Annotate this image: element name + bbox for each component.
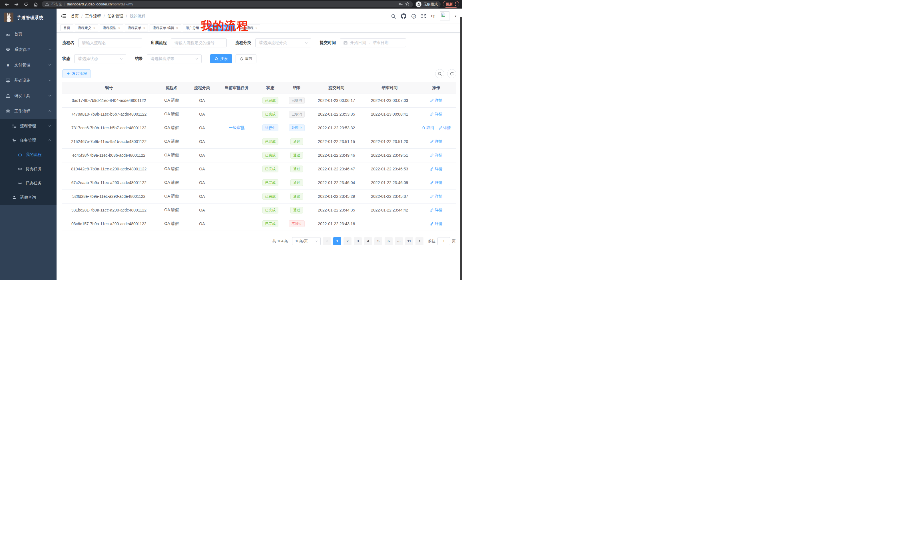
avatar[interactable] bbox=[440, 11, 449, 21]
tab-home[interactable]: 首页 bbox=[60, 24, 73, 31]
detail-button[interactable]: 详情 bbox=[430, 166, 442, 172]
breadcrumb-task-mgmt[interactable]: 任务管理 bbox=[107, 14, 123, 19]
page-button-11[interactable]: 11 bbox=[405, 237, 413, 245]
status-badge: 已完成 bbox=[262, 138, 278, 145]
process-name-input[interactable] bbox=[78, 38, 142, 47]
sidebar-item-leave-query[interactable]: 请假查询 bbox=[0, 190, 57, 205]
page-button-2[interactable]: 2 bbox=[344, 237, 351, 245]
chevron-down-icon bbox=[48, 47, 51, 52]
next-page-button[interactable] bbox=[416, 237, 423, 245]
page-button-4[interactable]: 4 bbox=[364, 237, 372, 245]
font-size-icon[interactable]: TT bbox=[431, 14, 435, 18]
table-header-row: 编号 流程名 流程分类 当前审批任务 状态 结果 提交时间 结束时间 操作 bbox=[62, 82, 456, 94]
detail-button[interactable]: 详情 bbox=[430, 112, 442, 117]
browser-toolbar: 不安全 dashboard.yudao.iocoder.cn/bpm/task/… bbox=[0, 0, 462, 9]
detail-button[interactable]: 详情 bbox=[430, 98, 442, 103]
sidebar-item-devtools[interactable]: 研发工具 bbox=[0, 88, 57, 103]
category-select[interactable]: 请选择流程分类 bbox=[255, 38, 311, 47]
sidebar-item-task-mgmt[interactable]: 任务管理 bbox=[0, 133, 57, 148]
sidebar-item-my-processes[interactable]: 我的流程 bbox=[0, 148, 57, 162]
sidebar-item-todo-tasks[interactable]: 待办任务 bbox=[0, 162, 57, 176]
status-badge: 已完成 bbox=[262, 152, 278, 159]
current-task-link[interactable]: 一级审批 bbox=[229, 125, 245, 130]
avatar-caret-icon[interactable]: ▼ bbox=[454, 15, 457, 18]
close-icon[interactable]: × bbox=[143, 26, 145, 30]
github-icon[interactable] bbox=[401, 13, 406, 19]
tab-start-process[interactable]: 发起流程× bbox=[237, 24, 260, 31]
prev-page-button[interactable] bbox=[323, 237, 331, 245]
tab-user-group[interactable]: 用户分组× bbox=[183, 24, 206, 31]
sidebar-item-workflow[interactable]: 工作流程 bbox=[0, 103, 57, 119]
chevron-left-icon bbox=[326, 240, 328, 243]
bookmark-star-icon[interactable] bbox=[405, 2, 410, 7]
search-button[interactable]: 搜索 bbox=[210, 54, 232, 63]
sidebar-item-payment[interactable]: ¥ 支付管理 bbox=[0, 57, 57, 73]
page-button-5[interactable]: 5 bbox=[374, 237, 382, 245]
search-icon[interactable] bbox=[391, 14, 396, 19]
submit-time-range-picker[interactable]: 开始日期 - 结束日期 bbox=[340, 38, 406, 47]
eye-closed-icon bbox=[18, 181, 22, 186]
forward-icon[interactable] bbox=[13, 1, 20, 8]
page-size-select[interactable]: 10条/页 bbox=[292, 237, 321, 245]
tab-process-model[interactable]: 流程模型× bbox=[100, 24, 123, 31]
app-logo[interactable]: 芋道管理系统 bbox=[0, 9, 57, 27]
close-icon[interactable]: × bbox=[118, 26, 120, 30]
result-badge: 已取消 bbox=[289, 97, 304, 104]
detail-button[interactable]: 详情 bbox=[430, 208, 442, 213]
sidebar-item-process-mgmt[interactable]: 流程管理 bbox=[0, 119, 57, 133]
detail-button[interactable]: 详情 bbox=[430, 180, 442, 185]
submit-time-label: 提交时间 bbox=[320, 40, 336, 45]
page-button-6[interactable]: 6 bbox=[385, 237, 393, 245]
close-icon[interactable]: × bbox=[230, 26, 232, 30]
browser-menu-icon[interactable] bbox=[455, 2, 456, 7]
breadcrumb-workflow[interactable]: 工作流程 bbox=[85, 14, 101, 19]
detail-button[interactable]: 详情 bbox=[430, 139, 442, 144]
address-bar[interactable]: 不安全 dashboard.yudao.iocoder.cn/bpm/task/… bbox=[42, 1, 413, 7]
goto-label: 前往 bbox=[428, 239, 435, 244]
sidebar-collapse-icon[interactable] bbox=[60, 14, 66, 18]
detail-button[interactable]: 详情 bbox=[430, 194, 442, 199]
tab-process-form[interactable]: 流程表单× bbox=[125, 24, 148, 31]
edit-icon bbox=[430, 181, 434, 184]
result-select[interactable]: 请选择流结果 bbox=[147, 54, 202, 63]
close-icon[interactable]: × bbox=[201, 26, 203, 30]
page-button-3[interactable]: 3 bbox=[354, 237, 362, 245]
page-content: 流程名 所属流程 流程分类 请选择流程分类 提交时间 bbox=[57, 33, 462, 280]
page-button-1[interactable]: 1 bbox=[333, 237, 341, 245]
tab-process-definition[interactable]: 流程定义× bbox=[75, 24, 98, 31]
breadcrumb-home[interactable]: 首页 bbox=[71, 14, 79, 19]
sidebar-item-infra[interactable]: 基础设施 bbox=[0, 73, 57, 88]
reload-icon[interactable] bbox=[22, 1, 30, 8]
sidebar-item-done-tasks[interactable]: 已办任务 bbox=[0, 176, 57, 190]
detail-button[interactable]: 详情 bbox=[439, 125, 451, 130]
tab-my-processes[interactable]: 我的流程× bbox=[208, 24, 235, 31]
help-icon[interactable]: ? bbox=[411, 14, 416, 19]
key-icon[interactable] bbox=[398, 2, 403, 7]
goto-page-input[interactable] bbox=[438, 237, 450, 245]
start-process-button[interactable]: ＋ 发起流程 bbox=[62, 69, 91, 78]
status-select[interactable]: 请选择状态 bbox=[74, 54, 126, 63]
window-scrollbar[interactable] bbox=[460, 17, 462, 280]
sidebar-item-system[interactable]: 系统管理 bbox=[0, 42, 57, 57]
fullscreen-icon[interactable] bbox=[421, 14, 426, 18]
owner-process-input[interactable] bbox=[171, 38, 227, 47]
table-search-toggle-button[interactable] bbox=[435, 69, 444, 78]
cancel-button[interactable]: 取消 bbox=[422, 125, 434, 130]
status-badge: 已完成 bbox=[262, 179, 278, 186]
process-table: 编号 流程名 流程分类 当前审批任务 状态 结果 提交时间 结束时间 操作 3a… bbox=[62, 82, 456, 231]
close-icon[interactable]: × bbox=[176, 26, 178, 30]
close-icon[interactable]: × bbox=[255, 26, 257, 30]
browser-update-button[interactable]: 更新 bbox=[443, 1, 459, 8]
detail-button[interactable]: 详情 bbox=[430, 221, 442, 226]
detail-button[interactable]: 详情 bbox=[430, 153, 442, 158]
search-icon bbox=[438, 72, 442, 76]
page-ellipsis[interactable]: ··· bbox=[395, 237, 403, 245]
reset-button[interactable]: 重置 bbox=[236, 54, 256, 63]
home-icon[interactable] bbox=[32, 1, 39, 8]
close-icon[interactable]: × bbox=[93, 26, 95, 30]
sidebar-item-home[interactable]: 首页 bbox=[0, 27, 57, 42]
edit-icon bbox=[439, 126, 442, 130]
tab-process-form-edit[interactable]: 流程表单-编辑× bbox=[150, 24, 181, 31]
back-icon[interactable] bbox=[3, 1, 10, 8]
table-refresh-button[interactable] bbox=[447, 69, 456, 78]
